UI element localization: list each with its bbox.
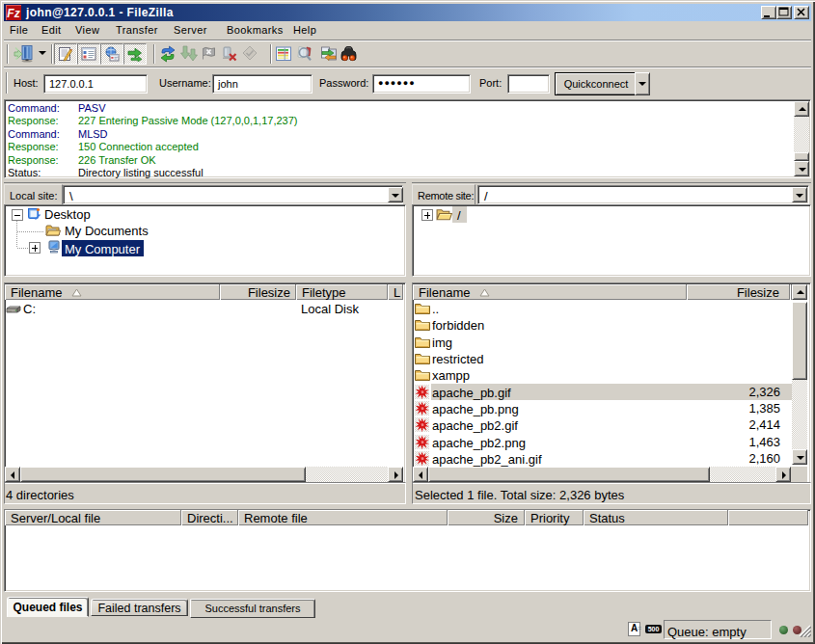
svg-text:Fz: Fz <box>7 7 19 20</box>
